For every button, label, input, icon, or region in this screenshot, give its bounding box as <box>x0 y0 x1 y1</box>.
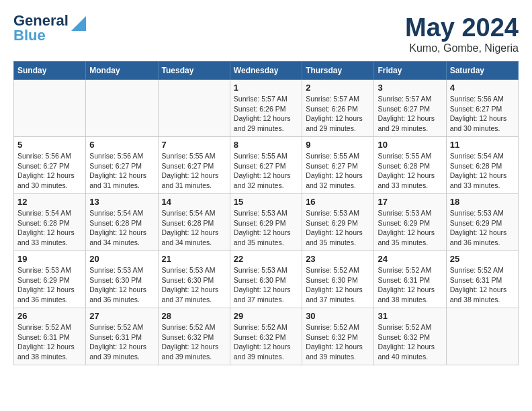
calendar-cell: 7Sunrise: 5:55 AM Sunset: 6:27 PM Daylig… <box>158 137 230 194</box>
calendar-cell: 9Sunrise: 5:55 AM Sunset: 6:27 PM Daylig… <box>302 137 374 194</box>
calendar-cell: 6Sunrise: 5:56 AM Sunset: 6:27 PM Daylig… <box>86 137 158 194</box>
calendar-cell <box>158 80 230 137</box>
day-info: Sunrise: 5:52 AM Sunset: 6:30 PM Dayligh… <box>306 265 370 305</box>
calendar-cell: 29Sunrise: 5:52 AM Sunset: 6:32 PM Dayli… <box>230 308 302 365</box>
day-info: Sunrise: 5:56 AM Sunset: 6:27 PM Dayligh… <box>17 151 82 191</box>
day-number: 29 <box>234 311 298 321</box>
day-info: Sunrise: 5:53 AM Sunset: 6:30 PM Dayligh… <box>234 265 298 305</box>
day-number: 5 <box>17 140 82 150</box>
calendar-cell: 1Sunrise: 5:57 AM Sunset: 6:26 PM Daylig… <box>230 80 302 137</box>
calendar-cell: 28Sunrise: 5:52 AM Sunset: 6:32 PM Dayli… <box>158 308 230 365</box>
day-info: Sunrise: 5:52 AM Sunset: 6:31 PM Dayligh… <box>89 322 154 362</box>
day-header-saturday: Saturday <box>446 62 518 80</box>
day-info: Sunrise: 5:57 AM Sunset: 6:27 PM Dayligh… <box>378 94 442 134</box>
subtitle: Kumo, Gombe, Nigeria <box>405 42 519 54</box>
day-info: Sunrise: 5:57 AM Sunset: 6:26 PM Dayligh… <box>306 94 370 134</box>
calendar-cell: 31Sunrise: 5:52 AM Sunset: 6:32 PM Dayli… <box>374 308 446 365</box>
day-info: Sunrise: 5:54 AM Sunset: 6:28 PM Dayligh… <box>89 208 154 248</box>
calendar-cell: 14Sunrise: 5:54 AM Sunset: 6:28 PM Dayli… <box>158 194 230 251</box>
calendar-week-row: 5Sunrise: 5:56 AM Sunset: 6:27 PM Daylig… <box>14 137 519 194</box>
day-info: Sunrise: 5:52 AM Sunset: 6:32 PM Dayligh… <box>306 322 370 362</box>
calendar-cell: 25Sunrise: 5:52 AM Sunset: 6:31 PM Dayli… <box>446 251 518 308</box>
day-number: 24 <box>378 254 442 264</box>
calendar-header-row: SundayMondayTuesdayWednesdayThursdayFrid… <box>14 62 519 80</box>
day-number: 15 <box>234 197 298 207</box>
day-header-monday: Monday <box>86 62 158 80</box>
calendar-cell: 8Sunrise: 5:55 AM Sunset: 6:27 PM Daylig… <box>230 137 302 194</box>
day-number: 7 <box>162 140 226 150</box>
day-number: 21 <box>162 254 226 264</box>
day-info: Sunrise: 5:52 AM Sunset: 6:32 PM Dayligh… <box>234 322 298 362</box>
day-number: 30 <box>306 311 370 321</box>
calendar-cell: 22Sunrise: 5:53 AM Sunset: 6:30 PM Dayli… <box>230 251 302 308</box>
day-header-sunday: Sunday <box>14 62 86 80</box>
day-number: 31 <box>378 311 442 321</box>
day-header-wednesday: Wednesday <box>230 62 302 80</box>
day-info: Sunrise: 5:55 AM Sunset: 6:28 PM Dayligh… <box>378 151 442 191</box>
day-number: 11 <box>450 140 515 150</box>
calendar-week-row: 12Sunrise: 5:54 AM Sunset: 6:28 PM Dayli… <box>14 194 519 251</box>
day-number: 2 <box>306 83 370 93</box>
calendar-cell: 26Sunrise: 5:52 AM Sunset: 6:31 PM Dayli… <box>14 308 86 365</box>
calendar-cell: 10Sunrise: 5:55 AM Sunset: 6:28 PM Dayli… <box>374 137 446 194</box>
day-number: 16 <box>306 197 370 207</box>
svg-marker-0 <box>71 16 86 31</box>
calendar-cell: 16Sunrise: 5:53 AM Sunset: 6:29 PM Dayli… <box>302 194 374 251</box>
calendar-cell: 17Sunrise: 5:53 AM Sunset: 6:29 PM Dayli… <box>374 194 446 251</box>
day-header-thursday: Thursday <box>302 62 374 80</box>
day-info: Sunrise: 5:53 AM Sunset: 6:29 PM Dayligh… <box>17 265 82 305</box>
day-number: 14 <box>162 197 226 207</box>
calendar-cell: 3Sunrise: 5:57 AM Sunset: 6:27 PM Daylig… <box>374 80 446 137</box>
logo-icon <box>71 16 86 31</box>
day-number: 4 <box>450 83 515 93</box>
calendar-week-row: 1Sunrise: 5:57 AM Sunset: 6:26 PM Daylig… <box>14 80 519 137</box>
day-info: Sunrise: 5:57 AM Sunset: 6:26 PM Dayligh… <box>234 94 298 134</box>
day-number: 18 <box>450 197 515 207</box>
day-info: Sunrise: 5:53 AM Sunset: 6:30 PM Dayligh… <box>162 265 226 305</box>
header: GeneralBlue May 2024 Kumo, Gombe, Nigeri… <box>13 13 519 54</box>
calendar-cell: 5Sunrise: 5:56 AM Sunset: 6:27 PM Daylig… <box>14 137 86 194</box>
day-info: Sunrise: 5:54 AM Sunset: 6:28 PM Dayligh… <box>162 208 226 248</box>
day-number: 19 <box>17 254 82 264</box>
day-number: 22 <box>234 254 298 264</box>
day-info: Sunrise: 5:56 AM Sunset: 6:27 PM Dayligh… <box>89 151 154 191</box>
calendar-cell: 24Sunrise: 5:52 AM Sunset: 6:31 PM Dayli… <box>374 251 446 308</box>
day-number: 17 <box>378 197 442 207</box>
day-number: 12 <box>17 197 82 207</box>
day-header-friday: Friday <box>374 62 446 80</box>
day-info: Sunrise: 5:54 AM Sunset: 6:28 PM Dayligh… <box>17 208 82 248</box>
day-info: Sunrise: 5:54 AM Sunset: 6:28 PM Dayligh… <box>450 151 515 191</box>
calendar-cell: 19Sunrise: 5:53 AM Sunset: 6:29 PM Dayli… <box>14 251 86 308</box>
day-number: 26 <box>17 311 82 321</box>
day-info: Sunrise: 5:55 AM Sunset: 6:27 PM Dayligh… <box>234 151 298 191</box>
day-info: Sunrise: 5:56 AM Sunset: 6:27 PM Dayligh… <box>450 94 515 134</box>
calendar-cell: 4Sunrise: 5:56 AM Sunset: 6:27 PM Daylig… <box>446 80 518 137</box>
calendar-cell: 12Sunrise: 5:54 AM Sunset: 6:28 PM Dayli… <box>14 194 86 251</box>
day-info: Sunrise: 5:52 AM Sunset: 6:31 PM Dayligh… <box>450 265 515 305</box>
day-info: Sunrise: 5:53 AM Sunset: 6:29 PM Dayligh… <box>378 208 442 248</box>
calendar-cell: 15Sunrise: 5:53 AM Sunset: 6:29 PM Dayli… <box>230 194 302 251</box>
calendar-cell <box>446 308 518 365</box>
day-number: 1 <box>234 83 298 93</box>
day-number: 23 <box>306 254 370 264</box>
calendar-week-row: 26Sunrise: 5:52 AM Sunset: 6:31 PM Dayli… <box>14 308 519 365</box>
day-number: 25 <box>450 254 515 264</box>
calendar-cell <box>14 80 86 137</box>
day-number: 20 <box>89 254 154 264</box>
day-number: 3 <box>378 83 442 93</box>
day-number: 8 <box>234 140 298 150</box>
calendar-cell: 13Sunrise: 5:54 AM Sunset: 6:28 PM Dayli… <box>86 194 158 251</box>
day-header-tuesday: Tuesday <box>158 62 230 80</box>
day-info: Sunrise: 5:53 AM Sunset: 6:29 PM Dayligh… <box>306 208 370 248</box>
main-title: May 2024 <box>405 13 519 42</box>
day-number: 9 <box>306 140 370 150</box>
calendar-cell: 20Sunrise: 5:53 AM Sunset: 6:30 PM Dayli… <box>86 251 158 308</box>
day-info: Sunrise: 5:53 AM Sunset: 6:29 PM Dayligh… <box>234 208 298 248</box>
title-area: May 2024 Kumo, Gombe, Nigeria <box>405 13 519 54</box>
day-number: 28 <box>162 311 226 321</box>
calendar-cell: 23Sunrise: 5:52 AM Sunset: 6:30 PM Dayli… <box>302 251 374 308</box>
logo: GeneralBlue <box>13 13 86 43</box>
calendar-cell: 18Sunrise: 5:53 AM Sunset: 6:29 PM Dayli… <box>446 194 518 251</box>
calendar-cell: 11Sunrise: 5:54 AM Sunset: 6:28 PM Dayli… <box>446 137 518 194</box>
calendar-week-row: 19Sunrise: 5:53 AM Sunset: 6:29 PM Dayli… <box>14 251 519 308</box>
